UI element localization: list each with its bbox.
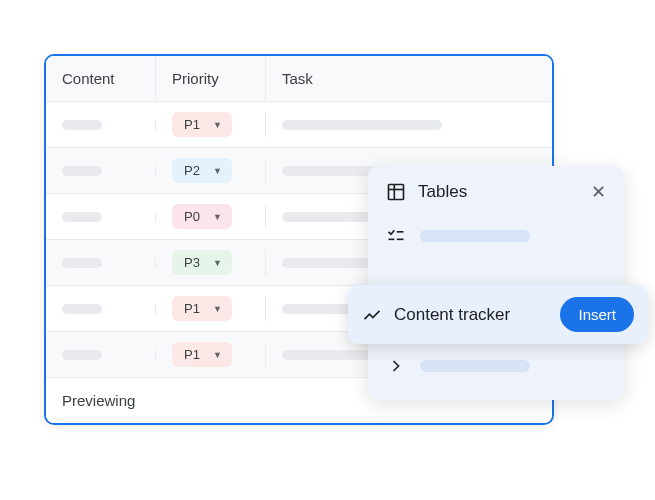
item-placeholder xyxy=(420,230,530,242)
header-priority: Priority xyxy=(156,56,266,101)
checklist-icon xyxy=(386,226,406,246)
chevron-down-icon: ▼ xyxy=(213,304,222,314)
popup-header: Tables ✕ xyxy=(368,182,624,216)
popup-item-content-tracker[interactable]: Content tracker Insert xyxy=(348,285,648,344)
popup-title: Tables xyxy=(418,182,467,202)
popup-item-checklist[interactable] xyxy=(368,216,624,256)
close-icon[interactable]: ✕ xyxy=(591,183,606,201)
chevron-down-icon: ▼ xyxy=(213,212,222,222)
content-placeholder xyxy=(62,120,102,130)
priority-label: P2 xyxy=(184,163,200,178)
table-icon xyxy=(386,182,406,202)
priority-chip[interactable]: P1▼ xyxy=(172,296,232,321)
svg-rect-0 xyxy=(389,185,404,200)
priority-chip[interactable]: P0▼ xyxy=(172,204,232,229)
priority-chip[interactable]: P1▼ xyxy=(172,342,232,367)
insert-button[interactable]: Insert xyxy=(560,297,634,332)
header-content: Content xyxy=(46,56,156,101)
priority-label: P3 xyxy=(184,255,200,270)
table-row: P1▼ xyxy=(46,102,552,148)
chevron-down-icon: ▼ xyxy=(213,166,222,176)
content-placeholder xyxy=(62,304,102,314)
item-placeholder xyxy=(420,360,530,372)
content-placeholder xyxy=(62,258,102,268)
header-task: Task xyxy=(266,56,552,101)
content-placeholder xyxy=(62,350,102,360)
chevron-down-icon: ▼ xyxy=(213,350,222,360)
chevron-down-icon: ▼ xyxy=(213,258,222,268)
trend-icon xyxy=(362,305,382,325)
priority-chip[interactable]: P1▼ xyxy=(172,112,232,137)
table-header-row: Content Priority Task xyxy=(46,56,552,102)
priority-label: P1 xyxy=(184,347,200,362)
chevron-down-icon: ▼ xyxy=(213,120,222,130)
priority-label: P1 xyxy=(184,117,200,132)
selected-item-label: Content tracker xyxy=(394,305,548,325)
priority-chip[interactable]: P3▼ xyxy=(172,250,232,275)
content-placeholder xyxy=(62,166,102,176)
priority-label: P1 xyxy=(184,301,200,316)
popup-item-more[interactable] xyxy=(368,346,624,386)
chevron-right-icon xyxy=(386,356,406,376)
content-placeholder xyxy=(62,212,102,222)
priority-label: P0 xyxy=(184,209,200,224)
tables-popup: Tables ✕ xyxy=(368,166,624,400)
priority-chip[interactable]: P2▼ xyxy=(172,158,232,183)
task-placeholder xyxy=(282,120,442,130)
